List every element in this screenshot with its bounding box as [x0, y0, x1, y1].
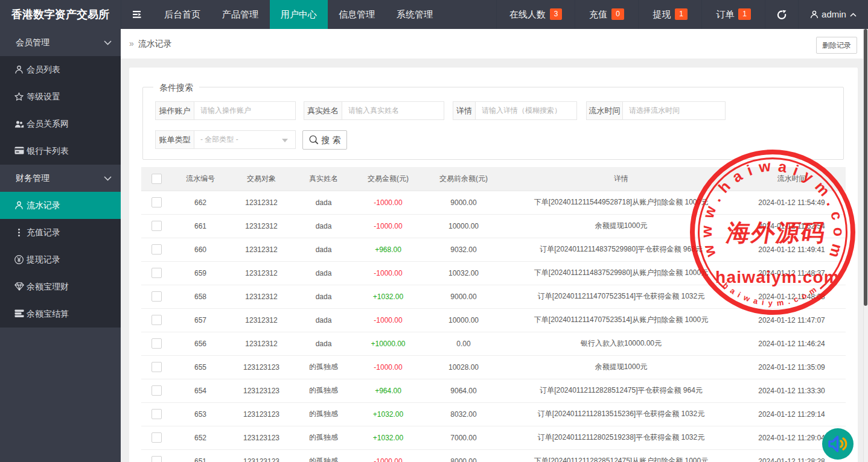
svg-text:海外源码: 海外源码	[724, 220, 828, 246]
svg-text:haiwaiym.com: haiwaiym.com	[715, 268, 840, 286]
